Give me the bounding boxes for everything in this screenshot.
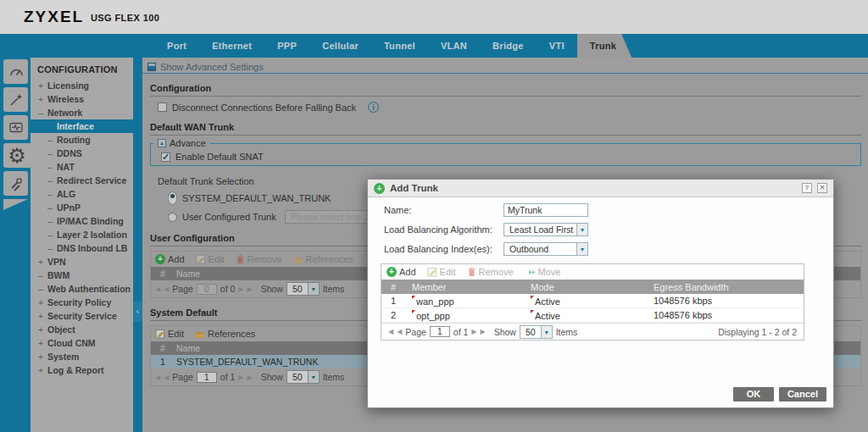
member-pagination: ◀ ◀ Page of 1 ▶ ▶ Show 50 ▼ Items Displa… [381, 323, 804, 340]
member-move-button[interactable]: Move [525, 267, 561, 277]
member-page-input[interactable] [430, 326, 450, 337]
member-table: +Add Edit Remove Move # Member Mode Egre… [381, 263, 804, 341]
member-row[interactable]: 2 opt_ppp Active 1048576 kbps [381, 308, 804, 323]
member-table-header: # Member Mode Egress Bandwidth [381, 280, 804, 294]
member-page-size-select[interactable]: 50 ▼ [520, 325, 553, 339]
name-label: Name: [384, 205, 504, 215]
trash-icon [467, 267, 476, 277]
member-remove-button[interactable]: Remove [467, 267, 514, 277]
modified-flag-icon [412, 310, 415, 313]
modified-flag-icon [412, 296, 415, 299]
displaying-info: Displaying 1 - 2 of 2 [718, 327, 797, 337]
prev-page-icon[interactable]: ◀ [397, 328, 402, 335]
dropdown-arrow-icon: ▼ [576, 224, 587, 235]
dropdown-arrow-icon: ▼ [576, 243, 587, 255]
member-edit-button[interactable]: Edit [427, 267, 456, 277]
add-icon: + [387, 267, 397, 277]
help-icon[interactable]: ? [802, 183, 812, 193]
last-page-icon[interactable]: ▶ [481, 328, 486, 335]
modified-flag-icon [531, 296, 534, 299]
member-row[interactable]: 1 wan_ppp Active 1048576 kbps [381, 294, 804, 308]
algorithm-label: Load Balancing Algorithm: [384, 224, 504, 235]
cancel-button[interactable]: Cancel [779, 387, 826, 402]
index-select[interactable]: Outbound ▼ [504, 242, 588, 256]
dialog-title-bar: + Add Trunk ? ✕ [368, 180, 833, 197]
add-trunk-dialog: + Add Trunk ? ✕ Name: Load Balancing Alg… [367, 179, 834, 408]
move-icon [525, 268, 536, 277]
modified-flag-icon [531, 310, 534, 313]
edit-icon [427, 267, 437, 277]
index-label: Load Balancing Index(es): [384, 244, 504, 254]
ok-button[interactable]: OK [733, 387, 774, 402]
dropdown-arrow-icon: ▼ [541, 326, 552, 338]
next-page-icon[interactable]: ▶ [471, 328, 476, 335]
member-add-button[interactable]: +Add [387, 267, 416, 277]
dialog-title: Add Trunk [390, 183, 438, 193]
add-icon: + [374, 183, 385, 194]
trunk-name-input[interactable] [504, 203, 588, 217]
algorithm-select[interactable]: Least Load First ▼ [504, 223, 588, 236]
first-page-icon[interactable]: ◀ [388, 328, 393, 335]
close-icon[interactable]: ✕ [817, 183, 827, 193]
